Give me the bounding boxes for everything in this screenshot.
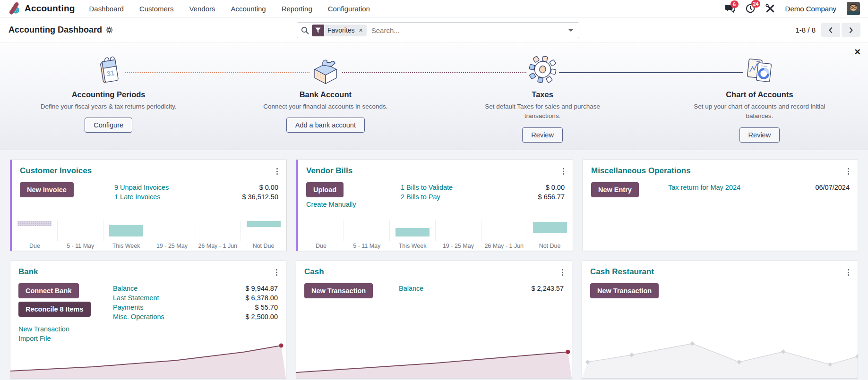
kebab-menu-icon[interactable]: [274, 166, 281, 177]
debug-tools-button[interactable]: [765, 4, 775, 13]
svg-text:31: 31: [106, 68, 115, 77]
review-taxes-button[interactable]: Review: [522, 127, 563, 143]
pager-next-button[interactable]: [842, 23, 860, 37]
company-switcher[interactable]: Demo Company: [785, 5, 836, 13]
activities-badge: 24: [751, 0, 761, 8]
kpi-row: Payments $ 55.70: [113, 304, 278, 311]
search-bar: Favorites ×: [297, 22, 579, 38]
bank-payments-amount: $ 55.70: [255, 304, 278, 311]
kebab-menu-icon[interactable]: [273, 267, 280, 278]
messages-button[interactable]: 6: [725, 4, 735, 13]
filter-remove-icon[interactable]: ×: [358, 27, 367, 34]
unpaid-invoices-link[interactable]: 9 Unpaid Invoices: [114, 184, 169, 191]
favorites-filter-chip: Favorites ×: [312, 25, 367, 36]
bills-to-validate-link[interactable]: 1 Bills to Validate: [401, 184, 453, 191]
cash-balance-link[interactable]: Balance: [399, 285, 423, 292]
puzzle-icon: [309, 52, 342, 85]
kpi-row: Balance $ 2,243.57: [399, 285, 564, 292]
menu-vendors[interactable]: Vendors: [189, 5, 215, 13]
card-miscellaneous-operations: Miscellaneous Operations New Entry Tax r…: [583, 160, 858, 251]
tax-return-link[interactable]: Tax return for May 2024: [668, 184, 740, 191]
search-input[interactable]: [367, 26, 568, 34]
dashboard-cards: Customer Invoices New Invoice 9 Unpaid I…: [0, 150, 868, 379]
card-cash-restaurant: Cash Restaurant New Transaction: [582, 261, 858, 379]
menu-customers[interactable]: Customers: [139, 5, 174, 13]
gear-illustration-icon: [527, 52, 558, 85]
new-invoice-button[interactable]: New Invoice: [20, 182, 74, 197]
onboarding-steps: 31 Accounting Periods Define your fiscal…: [0, 43, 868, 143]
card-bank: Bank Connect Bank Reconcile 8 Items New …: [10, 261, 286, 379]
bank-misc-operations-link[interactable]: Misc. Operations: [113, 313, 164, 321]
bank-balance-link[interactable]: Balance: [113, 285, 138, 292]
step-description: Set default Taxes for sales and purchase…: [469, 102, 616, 121]
activities-button[interactable]: 24: [746, 4, 755, 13]
add-bank-account-button[interactable]: Add a bank account: [286, 118, 365, 133]
search-dropdown-caret-icon[interactable]: [568, 29, 573, 32]
card-title-customer-invoices[interactable]: Customer Invoices: [20, 166, 92, 176]
bank-payments-link[interactable]: Payments: [113, 304, 143, 311]
filter-chip-label: Favorites: [324, 26, 358, 34]
menu-accounting[interactable]: Accounting: [231, 5, 266, 13]
view-settings-gear-icon[interactable]: [106, 26, 113, 34]
filter-funnel-icon[interactable]: [312, 25, 324, 36]
create-manually-link[interactable]: Create Manually: [306, 201, 356, 208]
step-title: Accounting Periods: [72, 90, 146, 99]
apps-menu-button[interactable]: Accounting: [8, 2, 75, 15]
card-title-cash[interactable]: Cash: [304, 267, 324, 277]
navbar-systray: 6 24 Demo Company: [725, 2, 860, 15]
step-taxes: Taxes Set default Taxes for sales and pu…: [434, 52, 651, 143]
bank-balance-amount: $ 9,944.87: [245, 285, 278, 292]
bills-to-pay-link[interactable]: 2 Bills to Pay: [401, 193, 440, 201]
kpi-row: 9 Unpaid Invoices $ 0.00: [114, 184, 278, 191]
cash-restaurant-new-transaction-button[interactable]: New Transaction: [590, 283, 659, 298]
tools-icon: [765, 4, 775, 13]
connect-bank-button[interactable]: Connect Bank: [18, 283, 79, 298]
step-accounting-periods: 31 Accounting Periods Define your fiscal…: [0, 52, 217, 143]
upload-bill-button[interactable]: Upload: [306, 182, 344, 197]
bank-misc-operations-amount: $ 2,500.00: [245, 313, 278, 321]
step-description: Connect your financial accounts in secon…: [263, 102, 387, 111]
kpi-row: Last Statement $ 6,378.00: [113, 294, 278, 302]
late-invoices-link[interactable]: 1 Late Invoices: [114, 193, 161, 201]
kebab-menu-icon[interactable]: [845, 267, 852, 278]
menu-configuration[interactable]: Configuration: [328, 5, 370, 13]
banner-close-icon[interactable]: ×: [854, 47, 860, 57]
card-cash: Cash New Transaction Balance $ 2,243.57: [296, 261, 572, 379]
card-title-vendor-bills[interactable]: Vendor Bills: [306, 166, 352, 176]
bank-import-file-link[interactable]: Import File: [18, 335, 69, 342]
cash-restaurant-trend-chart: [582, 338, 858, 378]
new-entry-button[interactable]: New Entry: [591, 182, 639, 197]
step-bank-account: Bank Account Connect your financial acco…: [217, 52, 434, 143]
bills-to-pay-amount: $ 656.77: [538, 193, 565, 201]
step-description: Set up your chart of accounts and record…: [686, 102, 833, 121]
kebab-menu-icon[interactable]: [560, 166, 567, 177]
card-title-miscellaneous-operations[interactable]: Miscellaneous Operations: [591, 166, 691, 176]
kebab-menu-icon[interactable]: [845, 166, 852, 177]
step-title: Taxes: [532, 90, 553, 99]
configure-periods-button[interactable]: Configure: [85, 118, 132, 133]
card-vendor-bills: Vendor Bills Upload Create Manually 1 Bi…: [296, 160, 573, 251]
step-chart-of-accounts: Chart of Accounts Set up your chart of a…: [651, 52, 868, 143]
cash-trend-chart: [296, 343, 572, 378]
page-title: Accounting Dashboard: [9, 25, 102, 35]
card-title-bank[interactable]: Bank: [18, 267, 38, 277]
pager-previous-button[interactable]: [821, 23, 840, 37]
bank-last-statement-link[interactable]: Last Statement: [113, 294, 159, 302]
step-title: Chart of Accounts: [726, 90, 793, 99]
customer-invoices-chart: Due5 - 11 MayThis Week19 - 25 May26 May …: [12, 220, 286, 251]
kebab-menu-icon[interactable]: [559, 267, 566, 278]
tax-return-date: 06/07/2024: [815, 184, 850, 191]
menu-reporting[interactable]: Reporting: [282, 5, 312, 13]
bills-to-validate-amount: $ 0.00: [546, 184, 565, 191]
kpi-row: Misc. Operations $ 2,500.00: [113, 313, 278, 321]
menu-dashboard[interactable]: Dashboard: [89, 5, 124, 13]
bank-new-transaction-link[interactable]: New Transaction: [18, 325, 69, 333]
cash-new-transaction-button[interactable]: New Transaction: [304, 283, 373, 298]
review-chart-of-accounts-button[interactable]: Review: [739, 127, 780, 143]
card-title-cash-restaurant[interactable]: Cash Restaurant: [590, 267, 654, 277]
kpi-row: Tax return for May 2024 06/07/2024: [668, 184, 850, 191]
app-name: Accounting: [25, 3, 75, 14]
reconcile-items-button[interactable]: Reconcile 8 Items: [18, 302, 91, 317]
user-avatar[interactable]: [847, 2, 860, 15]
late-invoices-amount: $ 36,512.50: [242, 193, 278, 201]
